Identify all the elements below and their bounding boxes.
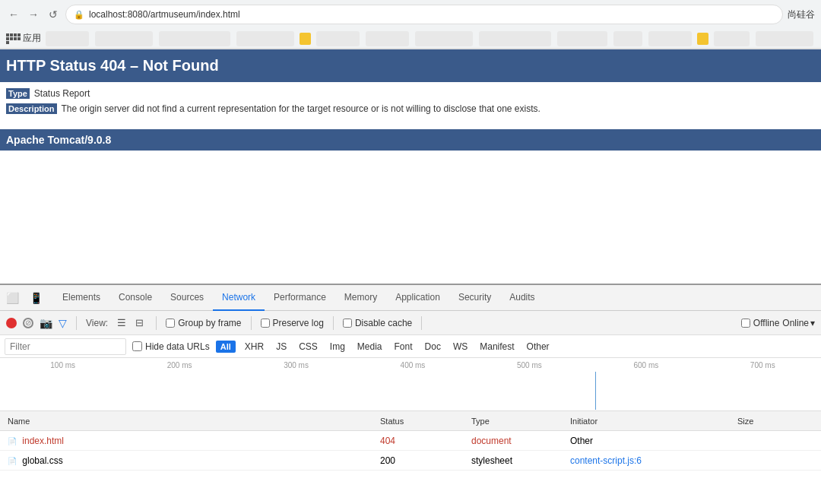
offline-group: Offline Online ▾: [741, 318, 815, 328]
apps-button[interactable]: 应用: [6, 32, 41, 45]
tab-audits[interactable]: Audits: [500, 285, 544, 311]
hide-data-urls-checkbox[interactable]: [132, 341, 142, 351]
tick-400ms: 400 ms: [354, 361, 471, 369]
preserve-log-checkbox[interactable]: [261, 319, 270, 328]
bookmark-item[interactable]: [479, 31, 551, 46]
record-button[interactable]: [6, 318, 17, 328]
filter-xhr-button[interactable]: XHR: [242, 340, 267, 353]
bookmark-item[interactable]: [95, 31, 153, 46]
tab-security[interactable]: Security: [449, 285, 500, 311]
error-title: HTTP Status 404 – Not Found: [6, 57, 219, 74]
bookmark-item[interactable]: [613, 31, 642, 46]
inspect-icon[interactable]: ⬜: [3, 289, 22, 307]
bookmark-item[interactable]: [46, 31, 89, 46]
timeline-cursor: [595, 372, 596, 410]
hide-data-urls-label[interactable]: Hide data URLs: [132, 341, 210, 352]
devtools-panel: ⬜ 📱 Elements Console Sources Network Per…: [0, 284, 821, 504]
view-icons: ☰ ⊟: [114, 315, 147, 330]
bookmark-item[interactable]: [159, 31, 231, 46]
filter-css-button[interactable]: CSS: [296, 340, 321, 353]
browser-chrome: ← → ↺ 🔒 localhost:8080/artmuseum/index.h…: [0, 0, 821, 49]
chevron-down-icon: ▾: [810, 318, 815, 328]
online-dropdown[interactable]: Online ▾: [782, 318, 815, 328]
group-by-frame-checkbox[interactable]: [166, 319, 175, 328]
tick-200ms: 200 ms: [121, 361, 237, 369]
global-css-name: global.css: [22, 455, 62, 466]
cell-type-index: document: [468, 436, 567, 446]
initiator-link[interactable]: content-script.js:6: [570, 455, 642, 466]
forward-button[interactable]: →: [26, 7, 41, 22]
separator5: [421, 316, 422, 330]
network-table: Name Status Type Initiator Size 📄 index.…: [0, 411, 821, 504]
cell-initiator-global: content-script.js:6: [567, 455, 734, 466]
filter-input[interactable]: [5, 338, 126, 355]
cell-initiator-index: Other: [567, 436, 734, 446]
tab-application[interactable]: Application: [386, 285, 449, 311]
disable-cache-label[interactable]: Disable cache: [343, 318, 412, 328]
tick-100ms: 100 ms: [5, 361, 121, 369]
tab-sources[interactable]: Sources: [161, 285, 213, 311]
timeline-labels: 100 ms 200 ms 300 ms 400 ms 500 ms 600 m…: [0, 358, 821, 369]
devtools-toolbar: ⊘ 📷 ▽ View: ☰ ⊟ Group by frame Preserve …: [0, 311, 821, 335]
type-value: Status Report: [34, 88, 90, 99]
tab-elements[interactable]: Elements: [53, 285, 109, 311]
filter-manifest-button[interactable]: Manifest: [477, 340, 517, 353]
bookmark-item[interactable]: [316, 31, 360, 46]
bookmark-item[interactable]: [236, 31, 294, 46]
device-icon[interactable]: 📱: [27, 289, 46, 307]
tick-600ms: 600 ms: [588, 361, 704, 369]
preserve-log-label[interactable]: Preserve log: [261, 318, 324, 328]
back-button[interactable]: ←: [6, 7, 21, 22]
col-name: Name: [5, 417, 377, 426]
filter-all-button[interactable]: All: [216, 341, 236, 353]
bookmark-item[interactable]: [557, 31, 607, 46]
devtools-tabs: ⬜ 📱 Elements Console Sources Network Per…: [0, 285, 821, 311]
filter-ws-button[interactable]: WS: [450, 340, 471, 353]
disable-cache-checkbox[interactable]: [343, 319, 352, 328]
bookmark-item[interactable]: [366, 31, 409, 46]
separator3: [251, 316, 252, 330]
col-status: Status: [377, 417, 468, 426]
filter-button[interactable]: ▽: [59, 317, 67, 329]
offline-label[interactable]: Offline: [741, 318, 779, 328]
tab-network[interactable]: Network: [213, 285, 265, 311]
table-row[interactable]: 📄 index.html 404 document Other: [0, 431, 821, 451]
tab-performance[interactable]: Performance: [265, 285, 335, 311]
col-type: Type: [468, 417, 567, 426]
filter-js-button[interactable]: JS: [273, 340, 290, 353]
type-row: Type Status Report: [6, 88, 815, 99]
tab-memory[interactable]: Memory: [335, 285, 386, 311]
stop-button[interactable]: ⊘: [23, 318, 33, 328]
filter-media-button[interactable]: Media: [354, 340, 385, 353]
filter-other-button[interactable]: Other: [524, 340, 553, 353]
tomcat-text: Apache Tomcat/9.0.8: [6, 134, 111, 146]
user-area: 尚硅谷: [788, 8, 815, 21]
tab-console[interactable]: Console: [109, 285, 161, 311]
table-header: Name Status Type Initiator Size: [0, 411, 821, 431]
filter-doc-button[interactable]: Doc: [422, 340, 444, 353]
separator: [76, 316, 77, 330]
page-body: Type Status Report Description The origi…: [0, 82, 821, 126]
index-html-link[interactable]: index.html: [22, 436, 64, 446]
waterfall-view-icon[interactable]: ⊟: [132, 315, 147, 330]
list-view-icon[interactable]: ☰: [114, 315, 129, 330]
bookmark-item[interactable]: [756, 31, 813, 46]
group-by-frame-label[interactable]: Group by frame: [166, 318, 241, 328]
table-row[interactable]: 📄 global.css 200 stylesheet content-scri…: [0, 451, 821, 471]
bookmark-item[interactable]: [415, 31, 473, 46]
bookmark-star[interactable]: [300, 33, 311, 45]
bookmark-star2[interactable]: [697, 33, 708, 45]
cell-name-index: 📄 index.html: [5, 436, 377, 446]
tomcat-footer: Apache Tomcat/9.0.8: [0, 129, 821, 151]
bookmark-item[interactable]: [714, 31, 750, 46]
screenshot-button[interactable]: 📷: [40, 317, 52, 329]
filter-img-button[interactable]: Img: [327, 340, 348, 353]
cell-status-global: 200: [377, 455, 468, 466]
address-bar[interactable]: 🔒 localhost:8080/artmuseum/index.html: [65, 5, 783, 24]
reload-button[interactable]: ↺: [46, 7, 61, 22]
offline-checkbox[interactable]: [741, 319, 750, 328]
filter-font-button[interactable]: Font: [391, 340, 416, 353]
bookmark-item[interactable]: [648, 31, 692, 46]
filter-bar: Hide data URLs All XHR JS CSS Img Media …: [0, 335, 821, 358]
view-label: View:: [86, 318, 108, 328]
